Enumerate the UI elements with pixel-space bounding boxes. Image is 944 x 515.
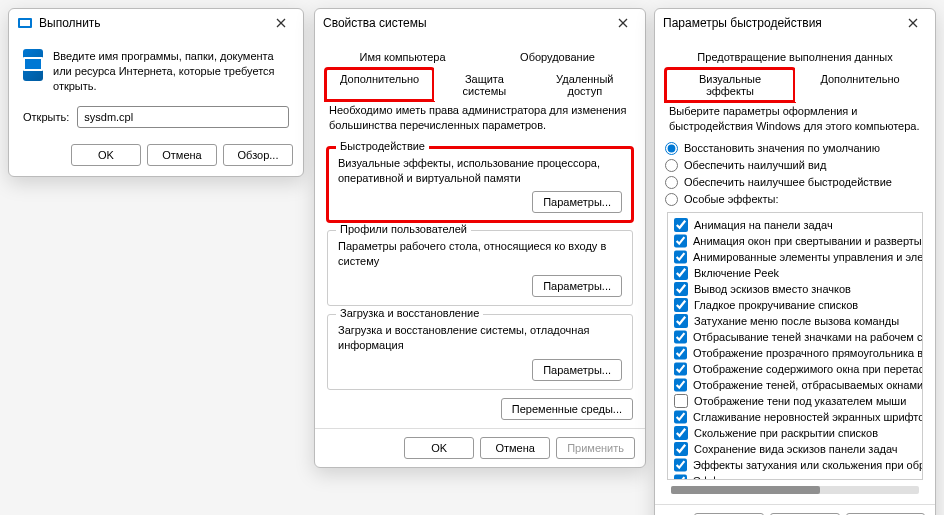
effect-label: Затухание меню после вызова команды <box>694 315 899 327</box>
effect-checkbox[interactable] <box>674 362 687 376</box>
profiles-group: Профили пользователей Параметры рабочего… <box>327 230 633 306</box>
effect-checkbox[interactable] <box>674 394 688 408</box>
effect-label: Эффекты затухания или скольжения при поя… <box>693 475 923 480</box>
effect-item[interactable]: Отображение тени под указателем мыши <box>674 393 916 409</box>
effect-item[interactable]: Отображение содержимого окна при перетас… <box>674 361 916 377</box>
effect-checkbox[interactable] <box>674 266 688 280</box>
radio-option-2[interactable]: Обеспечить наилучшее быстродействие <box>665 174 925 191</box>
perf-effects-list[interactable]: Анимация на панели задачАнимация окон пр… <box>667 212 923 480</box>
effect-checkbox[interactable] <box>674 458 687 472</box>
effect-item[interactable]: Анимация окон при свертывании и разверты… <box>674 233 916 249</box>
radio-label: Особые эффекты: <box>684 193 778 205</box>
tab-computer-name[interactable]: Имя компьютера <box>325 46 480 67</box>
performance-options-dialog: Параметры быстродействия Предотвращение … <box>654 8 936 515</box>
tab-advanced[interactable]: Дополнительно <box>325 68 434 101</box>
horizontal-scrollbar[interactable] <box>671 486 919 494</box>
scrollbar-thumb[interactable] <box>671 486 820 494</box>
effect-item[interactable]: Вывод эскизов вместо значков <box>674 281 916 297</box>
tab-dep[interactable]: Предотвращение выполнения данных <box>665 46 925 67</box>
svg-rect-5 <box>25 59 41 69</box>
cancel-button[interactable]: Отмена <box>147 144 217 166</box>
effect-label: Вывод эскизов вместо значков <box>694 283 851 295</box>
profiles-legend: Профили пользователей <box>336 223 471 235</box>
effect-checkbox[interactable] <box>674 250 687 264</box>
startup-settings-button[interactable]: Параметры... <box>532 359 622 381</box>
tab-advanced[interactable]: Дополнительно <box>795 68 925 102</box>
effect-checkbox[interactable] <box>674 218 688 232</box>
effect-label: Отображение прозрачного прямоугольника в… <box>693 347 923 359</box>
effect-item[interactable]: Затухание меню после вызова команды <box>674 313 916 329</box>
effect-item[interactable]: Включение Peek <box>674 265 916 281</box>
effect-checkbox[interactable] <box>674 442 688 456</box>
run-open-row: Открыть: <box>9 100 303 136</box>
env-vars-button[interactable]: Переменные среды... <box>501 398 633 420</box>
perf-intro: Выберите параметры оформления и быстроде… <box>665 102 925 140</box>
effect-item[interactable]: Отображение прозрачного прямоугольника в… <box>674 345 916 361</box>
effect-item[interactable]: Отбрасывание теней значками на рабочем с… <box>674 329 916 345</box>
close-icon[interactable] <box>609 12 637 34</box>
browse-button[interactable]: Обзор... <box>223 144 293 166</box>
effect-item[interactable]: Гладкое прокручивание списков <box>674 297 916 313</box>
effect-checkbox[interactable] <box>674 378 687 392</box>
apply-button[interactable]: Применить <box>556 437 635 459</box>
tab-remote[interactable]: Удаленный доступ <box>535 68 635 101</box>
effect-item[interactable]: Эффекты затухания или скольжения при поя… <box>674 473 916 480</box>
tab-hardware[interactable]: Оборудование <box>480 46 635 67</box>
radio-option-0[interactable]: Восстановить значения по умолчанию <box>665 140 925 157</box>
open-input[interactable] <box>77 106 289 128</box>
ok-button[interactable]: OK <box>404 437 474 459</box>
perf-tabs-row1: Предотвращение выполнения данных <box>665 45 925 67</box>
perf-title: Параметры быстродействия <box>663 16 899 30</box>
svg-rect-1 <box>20 20 30 26</box>
run-app-icon <box>23 49 43 81</box>
performance-desc: Визуальные эффекты, использование процес… <box>338 156 622 186</box>
tab-system-protection[interactable]: Защита системы <box>434 68 534 101</box>
radio-input[interactable] <box>665 159 678 172</box>
startup-desc: Загрузка и восстановление системы, отлад… <box>338 323 622 353</box>
effect-item[interactable]: Сглаживание неровностей экранных шрифтов <box>674 409 916 425</box>
effect-label: Анимация на панели задач <box>694 219 833 231</box>
effect-item[interactable]: Анимированные элементы управления и элем… <box>674 249 916 265</box>
perf-titlebar: Параметры быстродействия <box>655 9 935 37</box>
sysprops-titlebar: Свойства системы <box>315 9 645 37</box>
close-icon[interactable] <box>267 12 295 34</box>
effect-item[interactable]: Анимация на панели задач <box>674 217 916 233</box>
radio-label: Восстановить значения по умолчанию <box>684 142 880 154</box>
effect-checkbox[interactable] <box>674 474 687 480</box>
effect-checkbox[interactable] <box>674 298 688 312</box>
effect-checkbox[interactable] <box>674 410 687 424</box>
effect-checkbox[interactable] <box>674 314 688 328</box>
profiles-settings-button[interactable]: Параметры... <box>532 275 622 297</box>
effect-label: Включение Peek <box>694 267 779 279</box>
radio-input[interactable] <box>665 176 678 189</box>
effect-item[interactable]: Эффекты затухания или скольжения при обр… <box>674 457 916 473</box>
radio-option-3[interactable]: Особые эффекты: <box>665 191 925 208</box>
effect-label: Скольжение при раскрытии списков <box>694 427 878 439</box>
effect-label: Отбрасывание теней значками на рабочем с… <box>693 331 923 343</box>
effect-checkbox[interactable] <box>674 426 688 440</box>
effect-label: Эффекты затухания или скольжения при обр… <box>693 459 923 471</box>
startup-legend: Загрузка и восстановление <box>336 307 483 319</box>
radio-label: Обеспечить наилучший вид <box>684 159 826 171</box>
effect-item[interactable]: Сохранение вида эскизов панели задач <box>674 441 916 457</box>
effect-checkbox[interactable] <box>674 346 687 360</box>
tab-visual-effects[interactable]: Визуальные эффекты <box>665 68 795 102</box>
performance-group: Быстродействие Визуальные эффекты, испол… <box>327 147 633 223</box>
effect-checkbox[interactable] <box>674 234 687 248</box>
ok-button[interactable]: OK <box>71 144 141 166</box>
radio-input[interactable] <box>665 142 678 155</box>
close-icon[interactable] <box>899 12 927 34</box>
effect-item[interactable]: Скольжение при раскрытии списков <box>674 425 916 441</box>
effect-checkbox[interactable] <box>674 330 687 344</box>
performance-settings-button[interactable]: Параметры... <box>532 191 622 213</box>
effect-checkbox[interactable] <box>674 282 688 296</box>
effect-label: Анимированные элементы управления и элем… <box>693 251 923 263</box>
perf-tabs-row2: Визуальные эффекты Дополнительно <box>665 67 925 102</box>
radio-option-1[interactable]: Обеспечить наилучший вид <box>665 157 925 174</box>
effect-item[interactable]: Отображение теней, отбрасываемых окнами <box>674 377 916 393</box>
run-titlebar: Выполнить <box>9 9 303 37</box>
radio-input[interactable] <box>665 193 678 206</box>
effect-label: Отображение теней, отбрасываемых окнами <box>693 379 923 391</box>
effect-label: Отображение содержимого окна при перетас… <box>693 363 923 375</box>
cancel-button[interactable]: Отмена <box>480 437 550 459</box>
